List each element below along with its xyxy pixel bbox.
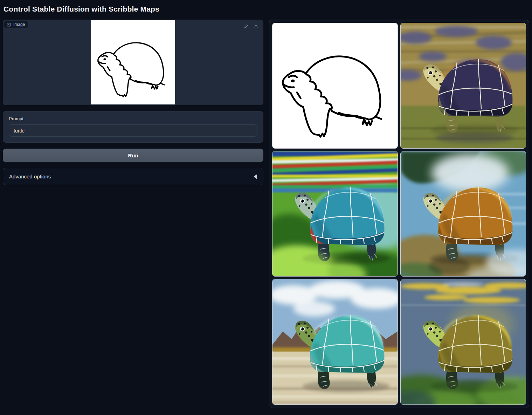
run-button[interactable]: Run xyxy=(3,149,263,162)
turtle-scribble-image xyxy=(91,20,175,104)
gallery-item-4[interactable] xyxy=(400,151,526,277)
advanced-options-accordion[interactable]: Advanced options xyxy=(3,168,263,185)
close-icon xyxy=(254,24,258,29)
generated-turtle-image xyxy=(272,151,398,277)
output-gallery xyxy=(269,20,529,408)
generated-turtle-image xyxy=(401,279,526,404)
controls-column: Image xyxy=(3,20,263,185)
image-label: Image xyxy=(13,22,25,27)
gallery-item-6[interactable] xyxy=(400,279,526,405)
image-label-chip: Image xyxy=(4,21,28,28)
prompt-label: Prompt xyxy=(9,116,257,121)
prompt-panel: Prompt xyxy=(3,111,263,143)
clear-image-button[interactable] xyxy=(253,23,260,30)
app-root: Control Stable Diffusion with Scribble M… xyxy=(0,0,532,411)
edit-image-button[interactable] xyxy=(242,23,249,30)
gallery-item-2[interactable] xyxy=(400,23,526,149)
gallery-item-1[interactable] xyxy=(272,23,398,149)
image-icon xyxy=(7,22,11,27)
input-image-canvas[interactable] xyxy=(91,20,175,104)
page-title: Control Stable Diffusion with Scribble M… xyxy=(4,4,529,14)
input-image-panel: Image xyxy=(3,20,263,105)
generated-turtle-image xyxy=(401,23,526,148)
advanced-options-label: Advanced options xyxy=(9,174,51,179)
pencil-icon xyxy=(243,24,248,29)
generated-turtle-image xyxy=(401,151,526,277)
prompt-input[interactable] xyxy=(9,124,257,137)
gallery-item-3[interactable] xyxy=(272,151,398,277)
generated-turtle-image xyxy=(272,279,398,404)
scribble-result-image xyxy=(272,23,398,148)
collapse-arrow-icon xyxy=(254,174,257,179)
gallery-item-5[interactable] xyxy=(272,279,398,405)
